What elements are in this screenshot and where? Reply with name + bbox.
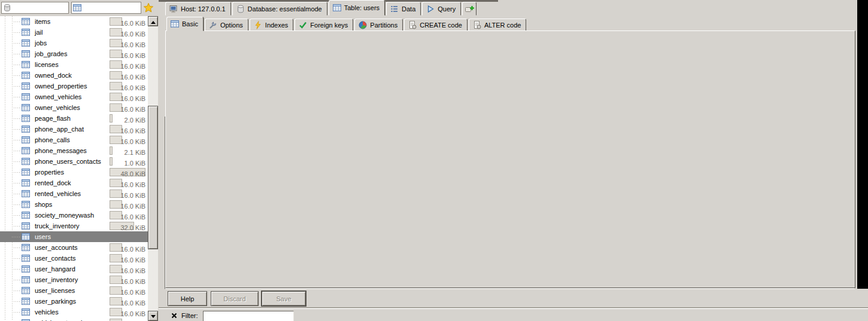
tab-foreign-keys[interactable]: Foreign keys xyxy=(295,19,353,31)
tree-table-icon xyxy=(22,222,30,230)
tree-table-icon xyxy=(22,265,30,273)
tree-table-icon xyxy=(22,297,30,305)
sidebar-table-owned_properties[interactable]: owned_properties 16.0 KiB xyxy=(0,81,148,91)
tree-table-icon xyxy=(22,286,30,295)
save-button[interactable]: Save xyxy=(262,291,306,306)
table-size: 16.0 KiB xyxy=(110,276,145,284)
table-size: 48.0 KiB xyxy=(110,168,145,176)
table-size: 2.1 KiB xyxy=(110,146,145,155)
database-tree[interactable]: items 16.0 KiB jail 16.0 KiB jobs 16.0 K… xyxy=(0,16,148,321)
tree-scrollbar[interactable] xyxy=(148,16,158,321)
table-size: 16.0 KiB xyxy=(110,179,145,187)
table-size: 16.0 KiB xyxy=(110,308,145,316)
tree-table-icon xyxy=(22,200,30,209)
table-filter-input[interactable] xyxy=(71,2,141,14)
table-small-icon xyxy=(73,4,81,12)
sidebar-table-users[interactable]: users xyxy=(0,231,148,242)
tree-table-icon xyxy=(22,276,30,284)
sidebar-table-jobs[interactable]: jobs 16.0 KiB xyxy=(0,38,148,48)
tree-table-icon xyxy=(22,39,30,47)
sidebar-table-owner_vehicles[interactable]: owner_vehicles 16.0 KiB xyxy=(0,102,148,113)
sidebar-table-vehicles[interactable]: vehicles 16.0 KiB xyxy=(0,307,148,317)
tree-table-icon xyxy=(22,17,30,26)
sidebar-table-owned_vehicles[interactable]: owned_vehicles 16.0 KiB xyxy=(0,91,148,102)
main-tab-bar: Host: 127.0.0.1 Database: essentialmode … xyxy=(165,1,478,16)
tab-alter-code[interactable]: ALTER code xyxy=(469,19,527,31)
sidebar-table-shops[interactable]: shops 16.0 KiB xyxy=(0,199,148,210)
table-size: 16.0 KiB xyxy=(110,103,145,112)
options-icon xyxy=(209,21,217,29)
tree-table-icon xyxy=(22,233,30,241)
table-size: 16.0 KiB xyxy=(110,265,145,273)
tree-scroll-down-button[interactable] xyxy=(148,311,158,321)
sidebar-table-job_grades[interactable]: job_grades 16.0 KiB xyxy=(0,48,148,59)
tree-table-icon xyxy=(22,189,30,198)
sidebar-table-peage_flash[interactable]: peage_flash 2.0 KiB xyxy=(0,113,148,124)
host-icon xyxy=(169,5,178,13)
new-tab-icon xyxy=(465,5,474,13)
sidebar-table-vehicle_categories[interactable]: vehicle_categories 16.0 KiB xyxy=(0,317,148,321)
tab-options[interactable]: Options xyxy=(205,19,248,31)
tree-scrollbar-thumb[interactable] xyxy=(148,106,158,249)
tree-table-icon xyxy=(22,114,30,123)
main-tab-host-127-0-0-1[interactable]: Host: 127.0.0.1 xyxy=(165,2,231,16)
sidebar-table-society_moneywash[interactable]: society_moneywash 16.0 KiB xyxy=(0,210,148,221)
tree-scroll-up-button[interactable] xyxy=(148,16,158,26)
database-filter-input[interactable] xyxy=(1,2,69,14)
table-size: 16.0 KiB xyxy=(110,71,145,80)
tree-table-icon xyxy=(22,93,30,101)
database-icon xyxy=(236,5,245,13)
table-size: 16.0 KiB xyxy=(110,243,145,252)
table-size: 16.0 KiB xyxy=(110,39,145,47)
sidebar-table-user_hangard[interactable]: user_hangard 16.0 KiB xyxy=(0,264,148,274)
discard-button[interactable]: Discard xyxy=(211,291,259,306)
sidebar-table-user_parkings[interactable]: user_parkings 16.0 KiB xyxy=(0,296,148,307)
sidebar-table-items[interactable]: items 16.0 KiB xyxy=(0,16,148,27)
favorites-star-icon[interactable] xyxy=(143,2,155,14)
sidebar-table-phone_app_chat[interactable]: phone_app_chat 16.0 KiB xyxy=(0,124,148,134)
filter-label: Filter: xyxy=(181,312,198,319)
sidebar-table-user_contacts[interactable]: user_contacts 16.0 KiB xyxy=(0,253,148,264)
sidebar-table-phone_users_contacts[interactable]: phone_users_contacts 1.0 KiB xyxy=(0,156,148,167)
table-size: 16.0 KiB xyxy=(110,136,145,144)
sidebar-table-phone_calls[interactable]: phone_calls 16.0 KiB xyxy=(0,134,148,145)
sidebar-table-phone_messages[interactable]: phone_messages 2.1 KiB xyxy=(0,145,148,156)
main-tab-query[interactable]: Query xyxy=(422,2,461,16)
tree-table-icon xyxy=(22,71,30,80)
close-filter-icon[interactable] xyxy=(171,312,178,319)
sidebar-table-rented_dock[interactable]: rented_dock 16.0 KiB xyxy=(0,178,148,188)
help-button[interactable]: Help xyxy=(168,291,207,306)
table-size: 16.0 KiB xyxy=(110,17,145,26)
data-icon xyxy=(390,5,399,13)
sidebar-table-licenses[interactable]: licenses 16.0 KiB xyxy=(0,59,148,70)
tree-table-icon xyxy=(22,82,30,90)
table-editor-tab-bar: Basic Options Indexes Foreign keys Parti… xyxy=(166,18,527,31)
sidebar-table-rented_vehicles[interactable]: rented_vehicles 16.0 KiB xyxy=(0,188,148,199)
sidebar-table-user_inventory[interactable]: user_inventory 16.0 KiB xyxy=(0,274,148,285)
tab-create-code[interactable]: CREATE code xyxy=(404,19,468,31)
sidebar-table-properties[interactable]: properties 48.0 KiB xyxy=(0,167,148,178)
sidebar-table-user_licenses[interactable]: user_licenses 16.0 KiB xyxy=(0,285,148,296)
main-tab-data[interactable]: Data xyxy=(386,2,421,16)
main-tab-table-users[interactable]: Table: users xyxy=(329,0,385,16)
pane-divider xyxy=(159,307,868,308)
sidebar-table-truck_inventory[interactable]: truck_inventory 32.0 KiB xyxy=(0,221,148,231)
sidebar-table-owned_dock[interactable]: owned_dock 16.0 KiB xyxy=(0,70,148,81)
table-size: 1.0 KiB xyxy=(110,157,145,166)
filter-input[interactable] xyxy=(203,311,294,321)
tree-table-icon xyxy=(22,308,30,316)
tree-table-icon xyxy=(22,50,30,58)
sidebar-table-jail[interactable]: jail 16.0 KiB xyxy=(0,27,148,38)
new-query-tab-button[interactable] xyxy=(462,2,477,16)
sidebar-header xyxy=(0,0,159,16)
tab-basic[interactable]: Basic xyxy=(166,17,204,31)
tree-table-icon xyxy=(22,157,30,166)
table-size: 16.0 KiB xyxy=(110,319,145,321)
tab-partitions[interactable]: Partitions xyxy=(354,19,403,31)
tab-indexes[interactable]: Indexes xyxy=(250,19,294,31)
main-tab-database-essentialmode[interactable]: Database: essentialmode xyxy=(232,2,327,16)
table-size: 16.0 KiB xyxy=(110,286,145,295)
table-size: 16.0 KiB xyxy=(110,297,145,305)
indexes-icon xyxy=(254,21,262,29)
sidebar-table-user_accounts[interactable]: user_accounts 16.0 KiB xyxy=(0,242,148,253)
